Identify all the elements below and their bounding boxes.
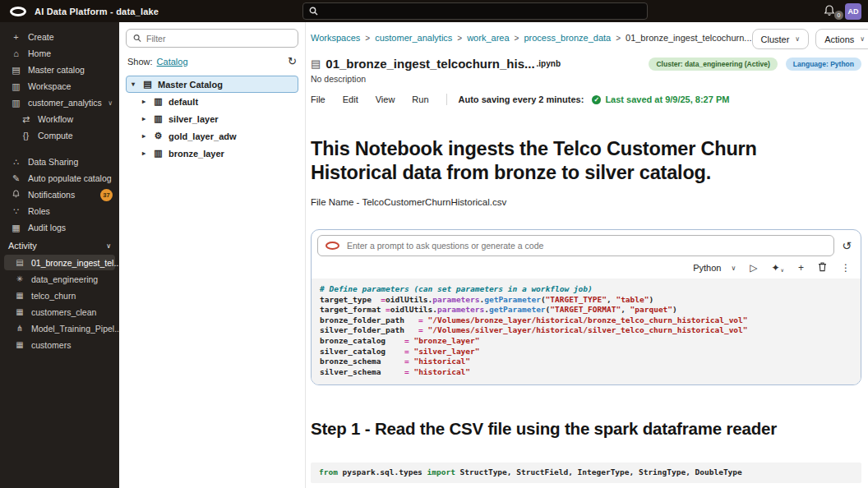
global-search-input[interactable]: [323, 7, 641, 16]
notebook-code-cell: ↺ Python ∨ ▷ ✦∨ +: [311, 229, 861, 385]
tree-node-silver-layer[interactable]: ▸ ▥ silver_layer: [126, 110, 298, 127]
cell-toolbar: Python ∨ ▷ ✦∨ + ⋮: [312, 260, 861, 279]
menu-run[interactable]: Run: [412, 94, 428, 104]
ai-prompt-input[interactable]: [347, 241, 826, 251]
sidebar-item-audit-logs[interactable]: ▦ Audit logs: [0, 219, 119, 236]
notifications-count-badge: 37: [100, 189, 113, 201]
app-title: AI Data Platform - data_lake: [35, 7, 159, 16]
language-badge: Language: Python: [786, 58, 861, 71]
cluster-status-badge: Cluster: data_engineering (Active): [649, 58, 777, 71]
share-icon: ∴: [10, 157, 22, 168]
catalog-filter[interactable]: [126, 29, 298, 48]
notebook-description: No description: [311, 74, 861, 84]
header-buttons: Cluster ∨ Actions ∨ Run all: [752, 29, 868, 49]
activity-item-table[interactable]: ▦ telco_churn: [4, 288, 115, 303]
home-icon: ⌂: [10, 48, 22, 58]
add-cell-icon[interactable]: +: [798, 263, 804, 273]
refresh-icon[interactable]: ↻: [288, 55, 297, 67]
catalog-view-link[interactable]: Catalog: [157, 57, 188, 67]
workflow-icon: ⇄: [20, 114, 32, 125]
sidebar-item-workspace[interactable]: ▥ Workspace: [0, 78, 119, 94]
bell-count-badge: 0: [834, 11, 843, 20]
catalog-panel: Show: Catalog ↻ ▾ ▤ Master Catalog ▸ ▥ d…: [119, 22, 306, 488]
caret-right-icon[interactable]: ▸: [142, 115, 152, 122]
cell-prompt-row: ↺: [312, 230, 861, 260]
cell-language-dropdown[interactable]: Python ∨: [693, 263, 736, 273]
sidebar-item-workflow[interactable]: ⇄ Workflow: [0, 111, 119, 127]
menu-edit[interactable]: Edit: [343, 94, 358, 104]
kebab-menu-icon[interactable]: ⋮: [841, 263, 851, 273]
markdown-file-name: File Name - TelcoCustomerChurnHistorical…: [311, 197, 861, 207]
tree-node-bronze-layer[interactable]: ▸ ▥ bronze_layer: [126, 145, 298, 162]
autosave-status: Auto saving every 2 minutes:: [459, 94, 584, 104]
catalog-filter-input[interactable]: [146, 34, 291, 44]
delete-cell-icon[interactable]: [818, 262, 827, 274]
pencil-icon: ✎: [10, 173, 22, 184]
catalog-icon: ▤: [141, 79, 154, 90]
pipeline-icon: ⋔: [14, 324, 25, 333]
sidebar-item-customer-analytics[interactable]: ▥ customer_analytics ∨: [0, 94, 119, 111]
sidebar-item-notifications[interactable]: Notifications 37: [0, 186, 119, 203]
sidebar-item-home[interactable]: ⌂ Home: [0, 45, 119, 62]
caret-right-icon[interactable]: ▸: [142, 132, 152, 140]
schema-icon: ▥: [152, 113, 164, 124]
top-bar: AI Data Platform - data_lake 0 AD: [0, 0, 868, 22]
sidebar-item-auto-populate-catalog[interactable]: ✎ Auto populate catalog: [0, 170, 119, 186]
activity-item-table[interactable]: ▦ customers: [4, 337, 115, 352]
platform-logo-icon: [10, 7, 26, 16]
sidebar-item-master-catalog[interactable]: ▤ Master catalog: [0, 62, 119, 78]
tree-node-default[interactable]: ▸ ▥ default: [126, 93, 298, 110]
user-avatar[interactable]: AD: [845, 3, 861, 20]
tree-node-gold-layer-adw[interactable]: ▸ ⚙ gold_layer_adw: [126, 127, 298, 145]
sidebar-item-data-sharing[interactable]: ∴ Data Sharing: [0, 154, 119, 170]
app-window: AI Data Platform - data_lake 0 AD +: [0, 0, 868, 488]
divider: [446, 94, 447, 105]
caret-right-icon[interactable]: ▸: [142, 150, 152, 157]
activity-section-header[interactable]: Activity ∨: [0, 236, 119, 254]
table-icon: ▦: [14, 291, 25, 300]
ai-prompt-box[interactable]: [317, 235, 834, 256]
notifications-button[interactable]: 0: [823, 4, 838, 19]
people-icon: ∵: [10, 206, 22, 217]
notebook-icon: ▤: [311, 58, 321, 70]
search-icon: [133, 34, 141, 43]
ai-sparkle-icon[interactable]: ✦∨: [772, 263, 784, 273]
sidebar-item-roles[interactable]: ∵ Roles: [0, 203, 119, 219]
breadcrumb-workspaces[interactable]: Workspaces: [311, 33, 360, 43]
schema-gear-icon: ⚙: [152, 131, 164, 141]
actions-dropdown[interactable]: Actions ∨: [815, 29, 868, 49]
table-icon: ▦: [14, 340, 25, 349]
left-sidebar: + Create ⌂ Home ▤ Master catalog ▥ Works…: [0, 22, 119, 488]
activity-item-table[interactable]: ▦ customers_clean: [4, 304, 115, 320]
run-cell-icon[interactable]: ▷: [750, 263, 757, 273]
activity-item-cluster[interactable]: ✳ data_engineering: [4, 271, 115, 287]
cluster-dropdown[interactable]: Cluster ∨: [752, 29, 810, 49]
document-icon: ▦: [10, 223, 22, 233]
breadcrumb-work-area[interactable]: work_area: [467, 33, 509, 43]
chevron-down-icon: ∨: [781, 268, 784, 273]
cell-code-editor[interactable]: # Define parameters (can set parameters …: [312, 279, 861, 384]
caret-right-icon[interactable]: ▸: [142, 98, 152, 105]
spark-icon: ✳: [14, 274, 25, 283]
tree-node-master-catalog[interactable]: ▾ ▤ Master Catalog: [126, 76, 298, 93]
trash-icon: [818, 262, 827, 272]
activity-item-notebook[interactable]: ▤ 01_bronze_ingest_tel...: [4, 255, 115, 270]
menu-view[interactable]: View: [376, 94, 395, 104]
chevron-down-icon: ∨: [731, 265, 736, 272]
activity-item-pipeline[interactable]: ⋔ Model_Training_Pipel...: [4, 320, 115, 336]
global-search[interactable]: [302, 2, 648, 20]
main-content: Workspaces>customer_analytics>work_area>…: [306, 22, 868, 488]
caret-down-icon[interactable]: ▾: [132, 81, 141, 88]
history-icon[interactable]: ↺: [842, 239, 852, 252]
import-code-block[interactable]: from pyspark.sql.types import StructType…: [311, 463, 861, 483]
breadcrumb-process-bronze-data[interactable]: process_bronze_data: [524, 33, 611, 43]
markdown-heading: This Notebook ingests the Telco Customer…: [311, 137, 837, 185]
menu-file[interactable]: File: [311, 94, 326, 104]
show-label: Show:: [127, 57, 153, 67]
sidebar-item-create[interactable]: + Create: [0, 29, 119, 45]
catalog-icon: ▤: [10, 65, 22, 76]
sidebar-item-compute[interactable]: {} Compute: [0, 127, 119, 144]
schema-icon: ▥: [152, 148, 164, 159]
breadcrumb-customer-analytics[interactable]: customer_analytics: [375, 33, 452, 43]
topbar-right: 0 AD: [823, 0, 861, 22]
